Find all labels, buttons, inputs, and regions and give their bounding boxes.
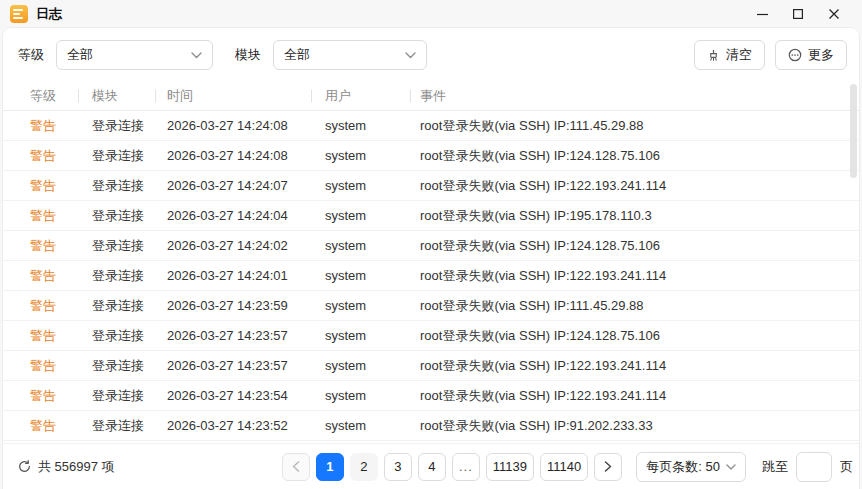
cell-user: system xyxy=(311,328,410,343)
cell-level: 警告 xyxy=(18,297,78,315)
cell-time: 2026-03-27 14:24:08 xyxy=(155,148,311,163)
cell-time: 2026-03-27 14:23:54 xyxy=(155,388,311,403)
cell-user: system xyxy=(311,418,410,433)
window-title: 日志 xyxy=(36,5,62,23)
cell-module: 登录连接 xyxy=(78,297,155,315)
cell-module: 登录连接 xyxy=(78,177,155,195)
cell-module: 登录连接 xyxy=(78,327,155,345)
page-button-3[interactable]: 3 xyxy=(384,453,412,481)
cell-time: 2026-03-27 14:24:04 xyxy=(155,208,311,223)
header-event: 事件 xyxy=(410,87,859,105)
cell-level: 警告 xyxy=(18,177,78,195)
cell-time: 2026-03-27 14:24:07 xyxy=(155,178,311,193)
cell-module: 登录连接 xyxy=(78,147,155,165)
log-table: 等级 模块 时间 用户 事件 警告 登录连接 2026-03-27 14:24:… xyxy=(3,82,859,443)
page-button-2[interactable]: 2 xyxy=(350,453,378,481)
table-row[interactable]: 警告 登录连接 2026-03-27 14:24:04 system root登… xyxy=(3,201,859,231)
cell-user: system xyxy=(311,148,410,163)
cell-level: 警告 xyxy=(18,417,78,435)
cell-level: 警告 xyxy=(18,387,78,405)
cell-module: 登录连接 xyxy=(78,267,155,285)
cell-user: system xyxy=(311,238,410,253)
cell-time: 2026-03-27 14:24:01 xyxy=(155,268,311,283)
cell-event: root登录失败(via SSH) IP:111.45.29.88 xyxy=(410,117,859,135)
cell-time: 2026-03-27 14:24:02 xyxy=(155,238,311,253)
header-user: 用户 xyxy=(311,87,410,105)
jump-prefix-label: 跳至 xyxy=(762,458,788,476)
level-filter-select[interactable]: 全部 xyxy=(56,40,213,70)
clear-button-label: 清空 xyxy=(726,46,752,64)
close-button[interactable] xyxy=(816,2,852,26)
header-level: 等级 xyxy=(18,87,78,105)
module-filter-label: 模块 xyxy=(235,46,261,64)
cell-user: system xyxy=(311,358,410,373)
cell-level: 警告 xyxy=(18,147,78,165)
cell-event: root登录失败(via SSH) IP:124.128.75.106 xyxy=(410,327,859,345)
pagination: 1 2 3 4 ... 11139 11140 xyxy=(282,453,622,481)
chevron-down-icon xyxy=(405,52,416,59)
level-filter-value: 全部 xyxy=(67,46,191,64)
total-count: 共 556997 项 xyxy=(18,458,115,476)
refresh-icon[interactable] xyxy=(18,460,31,473)
cell-user: system xyxy=(311,118,410,133)
next-page-button[interactable] xyxy=(594,453,622,481)
table-row[interactable]: 警告 登录连接 2026-03-27 14:23:57 system root登… xyxy=(3,351,859,381)
table-body: 警告 登录连接 2026-03-27 14:24:08 system root登… xyxy=(3,111,859,441)
page-button-1[interactable]: 1 xyxy=(316,453,344,481)
table-row[interactable]: 警告 登录连接 2026-03-27 14:23:59 system root登… xyxy=(3,291,859,321)
clear-logs-button[interactable]: 清空 xyxy=(694,40,765,70)
chevron-down-icon xyxy=(726,464,736,470)
table-scrollbar[interactable] xyxy=(850,84,857,178)
chevron-down-icon xyxy=(191,52,202,59)
level-filter-label: 等级 xyxy=(18,46,44,64)
jump-page-input[interactable] xyxy=(796,452,832,482)
jump-to-page: 跳至 页 xyxy=(762,452,853,482)
table-row[interactable]: 警告 登录连接 2026-03-27 14:24:08 system root登… xyxy=(3,111,859,141)
content-card: 等级 全部 模块 全部 清空 更多 xyxy=(3,28,859,489)
app-log-icon xyxy=(10,5,28,23)
total-count-text: 共 556997 项 xyxy=(38,458,115,476)
table-row[interactable]: 警告 登录连接 2026-03-27 14:24:01 system root登… xyxy=(3,261,859,291)
page-ellipsis-button[interactable]: ... xyxy=(452,453,480,481)
more-button-label: 更多 xyxy=(808,46,834,64)
more-button[interactable]: 更多 xyxy=(775,40,847,70)
page-button-11140[interactable]: 11140 xyxy=(540,453,588,481)
page-button-4[interactable]: 4 xyxy=(418,453,446,481)
page-size-select[interactable]: 每页条数: 50 xyxy=(636,452,746,482)
cell-event: root登录失败(via SSH) IP:124.128.75.106 xyxy=(410,147,859,165)
cell-user: system xyxy=(311,268,410,283)
maximize-button[interactable] xyxy=(780,2,816,26)
table-row[interactable]: 警告 登录连接 2026-03-27 14:23:54 system root登… xyxy=(3,381,859,411)
cell-level: 警告 xyxy=(18,207,78,225)
titlebar: 日志 xyxy=(0,0,862,28)
cell-module: 登录连接 xyxy=(78,237,155,255)
prev-page-button[interactable] xyxy=(282,453,310,481)
filter-bar: 等级 全部 模块 全部 清空 更多 xyxy=(3,28,859,82)
cell-module: 登录连接 xyxy=(78,207,155,225)
cell-event: root登录失败(via SSH) IP:122.193.241.114 xyxy=(410,267,859,285)
chevron-left-icon xyxy=(292,461,300,472)
table-row[interactable]: 警告 登录连接 2026-03-27 14:24:08 system root登… xyxy=(3,141,859,171)
chevron-right-icon xyxy=(604,461,612,472)
jump-suffix-label: 页 xyxy=(840,458,853,476)
broom-clear-icon xyxy=(707,49,720,62)
cell-user: system xyxy=(311,298,410,313)
cell-event: root登录失败(via SSH) IP:195.178.110.3 xyxy=(410,207,859,225)
table-header-row: 等级 模块 时间 用户 事件 xyxy=(3,82,859,111)
minimize-button[interactable] xyxy=(744,2,780,26)
maximize-icon xyxy=(793,9,803,19)
table-row[interactable]: 警告 登录连接 2026-03-27 14:24:02 system root登… xyxy=(3,231,859,261)
table-row[interactable]: 警告 登录连接 2026-03-27 14:24:07 system root登… xyxy=(3,171,859,201)
cell-time: 2026-03-27 14:23:57 xyxy=(155,328,311,343)
page-button-11139[interactable]: 11139 xyxy=(486,453,534,481)
cell-time: 2026-03-27 14:23:52 xyxy=(155,418,311,433)
window-controls xyxy=(744,2,852,26)
cell-user: system xyxy=(311,208,410,223)
cell-event: root登录失败(via SSH) IP:91.202.233.33 xyxy=(410,417,859,435)
cell-module: 登录连接 xyxy=(78,417,155,435)
table-row[interactable]: 警告 登录连接 2026-03-27 14:23:57 system root登… xyxy=(3,321,859,351)
module-filter-select[interactable]: 全部 xyxy=(273,40,427,70)
table-row[interactable]: 警告 登录连接 2026-03-27 14:23:52 system root登… xyxy=(3,411,859,441)
cell-user: system xyxy=(311,178,410,193)
cell-level: 警告 xyxy=(18,327,78,345)
